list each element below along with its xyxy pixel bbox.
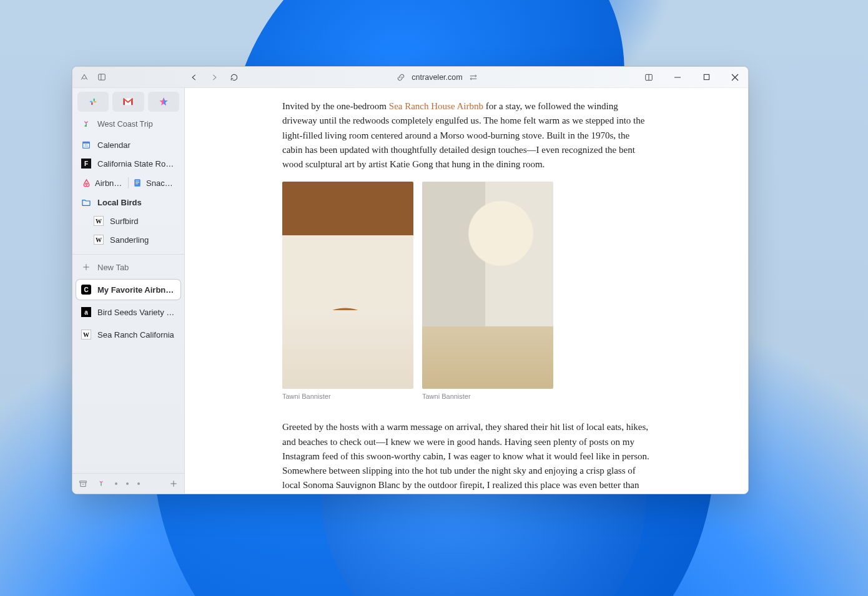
pinned-label: Calendar [97, 140, 175, 150]
doc-icon [132, 178, 142, 188]
calendar-icon: 31 [81, 140, 91, 150]
pinned-calendar[interactable]: 31 Calendar [76, 135, 180, 154]
svg-rect-8 [90, 101, 93, 102]
space-name: West Coast Trip [97, 120, 153, 129]
tab-bird-seeds[interactable]: a Bird Seeds Variety Pack [76, 302, 180, 322]
archive-icon[interactable] [79, 479, 87, 488]
reload-button[interactable] [230, 73, 239, 82]
cntraveler-icon: C [81, 285, 91, 295]
folder-label: Local Birds [97, 198, 175, 207]
pinned-label: Snacks… [146, 178, 175, 188]
space-dot[interactable] [115, 482, 117, 485]
pinned-route[interactable]: F California State Route 1 [76, 154, 180, 173]
svg-text:31: 31 [84, 144, 88, 147]
sidebar-divider [72, 254, 184, 255]
space-dot[interactable] [126, 482, 129, 485]
svg-rect-5 [704, 74, 709, 79]
page-content[interactable]: Invited by the one-bedroom Sea Ranch Hou… [185, 88, 748, 494]
svg-rect-0 [99, 74, 106, 80]
split-view-button[interactable] [636, 67, 662, 88]
pinned-tile-app[interactable] [148, 92, 179, 112]
folder-item-label: Surfbird [110, 217, 175, 226]
tulip-icon [81, 119, 91, 129]
svg-rect-14 [86, 123, 86, 127]
article-text: Invited by the one-bedroom [282, 101, 389, 111]
wikipedia-icon: W [94, 235, 104, 245]
split-divider [128, 177, 129, 188]
site-link-icon[interactable] [397, 73, 405, 82]
plus-icon [81, 262, 91, 272]
article-paragraph: Invited by the one-bedroom Sea Ranch Hou… [282, 99, 651, 172]
sidebar-footer [72, 473, 184, 494]
back-button[interactable] [190, 73, 199, 82]
svg-rect-25 [80, 481, 87, 482]
svg-rect-9 [94, 99, 95, 102]
forward-button[interactable] [210, 73, 219, 82]
browser-window: cntraveler.com [72, 66, 749, 494]
tab-label: My Favorite Airbnb in S… [97, 285, 175, 295]
tab-favorite-airbnb[interactable]: C My Favorite Airbnb in S… [76, 280, 180, 300]
folder-local-birds[interactable]: Local Birds [76, 193, 180, 212]
new-tab-label: New Tab [97, 263, 175, 272]
svg-rect-10 [94, 101, 97, 102]
pinned-airbnb[interactable]: Airbnb l… [81, 178, 124, 188]
space-switcher[interactable]: West Coast Trip [72, 117, 184, 134]
airbnb-icon [81, 178, 91, 188]
article-link-sea-ranch[interactable]: Sea Ranch House Airbnb [389, 101, 483, 111]
photo-caption: Tawni Bannister [422, 393, 553, 400]
pinned-tile-slack[interactable] [77, 92, 109, 112]
sidebar-toggle-icon[interactable] [97, 73, 106, 82]
svg-rect-22 [136, 183, 138, 184]
article-photo-dining[interactable] [422, 182, 553, 389]
folder-item-surfbird[interactable]: W Surfbird [76, 212, 180, 230]
pinned-label: Airbnb l… [95, 178, 124, 188]
pinned-snacks[interactable]: Snacks… [132, 178, 175, 188]
new-tab-button[interactable]: New Tab [76, 257, 180, 277]
new-space-button[interactable] [169, 479, 178, 488]
space-indicator-icon[interactable] [96, 479, 106, 489]
svg-rect-27 [101, 483, 102, 486]
amazon-icon: a [81, 307, 91, 317]
address-host[interactable]: cntraveler.com [412, 73, 462, 82]
tab-label: Bird Seeds Variety Pack [97, 308, 175, 317]
photo-caption: Tawni Bannister [282, 393, 413, 400]
svg-marker-13 [164, 97, 168, 105]
article-photo-bedroom[interactable] [282, 182, 413, 389]
photo-gallery: Tawni Bannister Tawni Bannister [282, 182, 651, 400]
pinned-label: California State Route 1 [97, 159, 175, 169]
folder-item-sanderling[interactable]: W Sanderling [76, 230, 180, 249]
pinned-split: Airbnb l… Snacks… [76, 173, 180, 193]
wikipedia-icon: W [94, 216, 104, 226]
tab-label: Sea Ranch California [97, 330, 175, 340]
fandom-icon: F [81, 159, 91, 169]
folder-open-icon [81, 197, 91, 207]
article-paragraph: Greeted by the hosts with a warm message… [282, 420, 651, 494]
sidebar: West Coast Trip 31 Calendar F California… [72, 88, 185, 494]
svg-rect-20 [136, 181, 139, 182]
article: Invited by the one-bedroom Sea Ranch Hou… [282, 99, 651, 494]
svg-rect-11 [91, 102, 92, 105]
pinned-tile-gmail[interactable] [112, 92, 144, 112]
titlebar: cntraveler.com [72, 67, 748, 88]
space-dot[interactable] [137, 482, 140, 485]
article-text: for a stay, we followed the winding driv… [282, 101, 644, 169]
close-button[interactable] [722, 67, 748, 88]
svg-rect-19 [134, 179, 140, 187]
svg-rect-21 [136, 182, 139, 183]
wikipedia-icon: W [81, 330, 91, 340]
svg-point-18 [86, 183, 87, 185]
folder-item-label: Sanderling [110, 235, 175, 245]
minimize-button[interactable] [664, 67, 691, 88]
maximize-button[interactable] [693, 67, 719, 88]
arc-logo-icon[interactable] [80, 73, 89, 82]
tab-sea-ranch[interactable]: W Sea Ranch California [76, 325, 180, 344]
site-settings-icon[interactable] [469, 73, 478, 82]
